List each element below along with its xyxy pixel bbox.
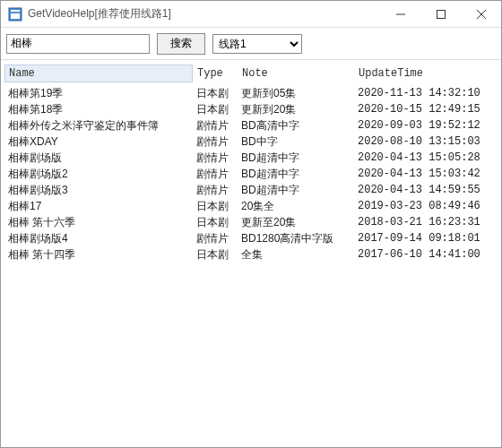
svg-rect-1 [11, 10, 20, 12]
col-header-note[interactable]: Note [238, 65, 354, 82]
cell-note: 更新到20集 [238, 102, 354, 117]
cell-update: 2020-04-13 15:05:28 [354, 151, 480, 164]
table-row[interactable]: 相棒剧场版2剧情片BD超清中字2020-04-13 15:03:42 [4, 166, 498, 182]
table-row[interactable]: 相棒剧场版4剧情片BD1280高清中字版2017-09-14 09:18:01 [4, 230, 498, 246]
cell-type: 日本剧 [193, 215, 238, 230]
cell-type: 剧情片 [193, 231, 238, 246]
maximize-button[interactable] [420, 1, 461, 28]
cell-type: 日本剧 [193, 199, 238, 214]
table-row[interactable]: 相棒XDAY剧情片BD中字2020-08-10 13:15:03 [4, 134, 498, 150]
cell-name: 相棒XDAY [4, 134, 193, 150]
search-input[interactable] [6, 34, 150, 54]
cell-note: 全集 [238, 247, 354, 263]
col-header-update[interactable]: UpdateTime [354, 65, 480, 82]
cell-type: 日本剧 [193, 86, 238, 101]
cell-update: 2019-03-23 08:49:46 [354, 200, 480, 212]
table-row[interactable]: 相棒剧场版剧情片BD超清中字2020-04-13 15:05:28 [4, 150, 498, 166]
window-controls [380, 1, 501, 28]
svg-rect-4 [437, 10, 445, 18]
cell-name: 相棒外传之米泽守鉴定的事件簿 [4, 118, 193, 134]
table-row[interactable]: 相棒第19季日本剧更新到05集2020-11-13 14:32:10 [4, 85, 498, 101]
cell-note: BD高清中字 [238, 118, 354, 134]
table-body: 相棒第19季日本剧更新到05集2020-11-13 14:32:10相棒第18季… [4, 85, 498, 263]
search-button[interactable]: 搜索 [157, 33, 205, 55]
cell-type: 日本剧 [193, 247, 238, 263]
cell-name: 相棒剧场版4 [4, 231, 193, 246]
results-area: Name Type Note UpdateTime 相棒第19季日本剧更新到05… [1, 60, 501, 447]
titlebar: GetVideoHelp[推荐使用线路1] [1, 1, 501, 28]
col-header-name[interactable]: Name [4, 65, 193, 82]
window-title: GetVideoHelp[推荐使用线路1] [28, 6, 380, 22]
cell-type: 日本剧 [193, 102, 238, 117]
minimize-button[interactable] [380, 1, 420, 28]
close-button[interactable] [461, 1, 501, 28]
cell-note: BD中字 [238, 134, 354, 150]
cell-update: 2020-08-10 13:15:03 [354, 135, 480, 148]
route-select[interactable]: 线路1 [212, 34, 302, 54]
cell-name: 相棒剧场版 [4, 151, 193, 166]
table-row[interactable]: 相棒17日本剧20集全2019-03-23 08:49:46 [4, 198, 498, 214]
table-row[interactable]: 相棒外传之米泽守鉴定的事件簿剧情片BD高清中字2020-09-03 19:52:… [4, 117, 498, 134]
cell-update: 2017-06-10 14:41:00 [354, 248, 480, 261]
table-row[interactable]: 相棒剧场版3剧情片BD超清中字2020-04-13 14:59:55 [4, 182, 498, 198]
table-row[interactable]: 相棒 第十六季日本剧更新至20集2018-03-21 16:23:31 [4, 214, 498, 230]
table-row[interactable]: 相棒 第十四季日本剧全集2017-06-10 14:41:00 [4, 246, 498, 263]
cell-name: 相棒 第十四季 [4, 247, 193, 263]
col-header-type[interactable]: Type [193, 65, 238, 82]
cell-name: 相棒 第十六季 [4, 215, 193, 230]
cell-type: 剧情片 [193, 167, 238, 182]
cell-note: 更新至20集 [238, 215, 354, 230]
cell-type: 剧情片 [193, 134, 238, 150]
table-row[interactable]: 相棒第18季日本剧更新到20集2020-10-15 12:49:15 [4, 101, 498, 117]
cell-note: 更新到05集 [238, 86, 354, 101]
cell-type: 剧情片 [193, 151, 238, 166]
table-header: Name Type Note UpdateTime [4, 64, 498, 83]
cell-name: 相棒17 [4, 199, 193, 214]
cell-update: 2017-09-14 09:18:01 [354, 232, 480, 245]
app-window: GetVideoHelp[推荐使用线路1] 搜索 线路1 Name Type N… [0, 0, 502, 448]
cell-note: BD超清中字 [238, 183, 354, 198]
cell-note: BD1280高清中字版 [238, 231, 354, 246]
toolbar: 搜索 线路1 [1, 28, 501, 60]
app-icon [8, 7, 22, 22]
results-table: Name Type Note UpdateTime 相棒第19季日本剧更新到05… [4, 64, 498, 263]
cell-note: BD超清中字 [238, 167, 354, 182]
cell-update: 2018-03-21 16:23:31 [354, 216, 480, 228]
cell-update: 2020-09-03 19:52:12 [354, 119, 480, 132]
svg-rect-2 [11, 13, 20, 19]
cell-type: 剧情片 [193, 118, 238, 134]
cell-update: 2020-10-15 12:49:15 [354, 103, 480, 116]
cell-name: 相棒第19季 [4, 86, 193, 101]
cell-name: 相棒剧场版3 [4, 183, 193, 198]
cell-name: 相棒第18季 [4, 102, 193, 117]
cell-update: 2020-04-13 15:03:42 [354, 168, 480, 180]
cell-update: 2020-04-13 14:59:55 [354, 184, 480, 196]
cell-note: BD超清中字 [238, 151, 354, 166]
cell-name: 相棒剧场版2 [4, 167, 193, 182]
cell-type: 剧情片 [193, 183, 238, 198]
cell-note: 20集全 [238, 199, 354, 214]
cell-update: 2020-11-13 14:32:10 [354, 87, 480, 99]
